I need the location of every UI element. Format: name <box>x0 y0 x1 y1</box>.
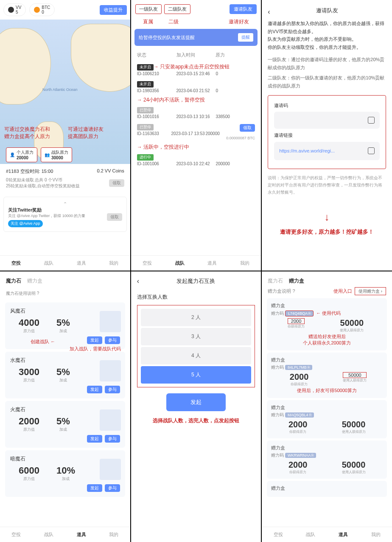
tab-stones[interactable]: 魔力石 <box>268 277 283 285</box>
annotation-team: 可通过邀请好友提高团队原力 <box>68 126 104 140</box>
remind-box: 给暂停空投的队友发送提醒提醒 <box>134 29 258 46</box>
tab-props[interactable]: 道具 <box>77 260 86 266</box>
team-screen: 一级队友 二级队友 邀请队友 直属二级邀请好友 给暂停空投的队友发送提醒提醒 状… <box>131 0 261 271</box>
join-button[interactable]: 参与 <box>105 336 120 344</box>
boost-button[interactable]: 收益提升 <box>100 5 127 15</box>
people-option[interactable]: 3 人 <box>141 328 252 345</box>
tab-airdrop[interactable]: 空投 <box>11 260 21 266</box>
gift-card: 赠力盒赠力码 L74Q4BQA ⎘← 使用代码2000你获得原力50000使用人… <box>267 298 387 350</box>
tab-gift[interactable]: 赠力盒 <box>27 277 42 285</box>
join-button[interactable]: 参与 <box>105 484 120 492</box>
tab-mine[interactable]: 我的 <box>109 531 118 538</box>
link-field[interactable]: https://m.avive.world/regi... <box>274 142 380 160</box>
invite-screen: ‹邀请队友 邀请越多的朋友加入你的战队，你的原力就会越强，获得的VV币奖励也会越… <box>262 0 392 271</box>
people-options: 2 人3 人4 人5 人 <box>137 305 255 387</box>
team-power[interactable]: 👥战队原力30000 <box>41 147 72 162</box>
tab-props[interactable]: 道具 <box>77 531 86 538</box>
tab-gift[interactable]: 赠力盒 <box>289 277 304 285</box>
stone-icon <box>100 409 121 431</box>
airdrop-info: #1183 空投时间: 15:000.2 VV Coins 0轮奖励未领取 总共… <box>0 164 130 193</box>
copy-icon[interactable] <box>368 117 375 124</box>
start-button[interactable]: 发起 <box>87 484 102 492</box>
team-row: 进行中ID-10010062023-03-10 22:42200000 <box>131 152 261 169</box>
claim-button[interactable]: 领取 <box>240 124 255 132</box>
follow-twitter-button[interactable]: 关注 @Avive App <box>8 220 43 227</box>
people-option[interactable]: 5 人 <box>141 366 252 384</box>
gift-card: 赠力盒赠力码 MAQ5QBL4 ⎘2000你获得原力50000使用人获得原力 <box>267 400 387 438</box>
copy-icon[interactable] <box>368 147 375 154</box>
twitter-card: ⌃ 关注Twitter奖励关注 @Avive App Twitter，获得 10… <box>3 197 127 232</box>
tab-props[interactable]: 道具 <box>339 531 348 538</box>
people-option[interactable]: 4 人 <box>141 347 252 364</box>
join-button[interactable]: 参与 <box>105 435 120 443</box>
power-stats: 👤个人原力20000 👥战队原力30000 <box>6 147 72 162</box>
gift-card: 赠力盒赠力码 84LPL7MB ⎘2000你获得原力50000使用人获得原力使用… <box>267 353 387 398</box>
tab-airdrop[interactable]: 空投 <box>143 260 152 266</box>
tab-team[interactable]: 战队 <box>306 531 315 538</box>
invite-button[interactable]: 邀请队友 <box>230 4 257 14</box>
remind-button[interactable]: 提醒 <box>238 33 253 42</box>
team-row: 未开启ID-19803562023-04-03 21:520 <box>131 79 261 96</box>
stone-icon <box>100 311 121 332</box>
gift-card: 赠力盒赠力码 WKRWRNAA ⎘2000你获得原力50000使用人获得原力 <box>267 440 387 479</box>
tab-team[interactable]: 战队 <box>44 260 53 266</box>
start-button[interactable]: 发起 <box>87 435 102 443</box>
stone-card: 风魔石4000原力值5%加成发起参与创建战队 ← <box>5 302 125 349</box>
join-button[interactable]: 参与 <box>105 386 120 393</box>
airdrop-screen: VV5 BTC0 收益提升 申请Avive Glory成为一名荣耀的Citize… <box>0 0 130 271</box>
gift-code[interactable]: MAQ5QBL4 ⎘ <box>285 412 314 418</box>
stone-card: 火魔石2000原力值5%加成发起参与 <box>5 401 125 448</box>
start-button[interactable]: 发起 <box>166 393 226 411</box>
tab-level1[interactable]: 一级队友 <box>135 4 162 14</box>
top-bar: VV5 BTC0 收益提升 <box>0 0 130 20</box>
tab-level2[interactable]: 二级队友 <box>164 4 190 14</box>
tab-team[interactable]: 战队 <box>175 260 185 266</box>
tab-stones[interactable]: 魔力石 <box>6 277 21 285</box>
start-button[interactable]: 发起 <box>87 386 102 393</box>
tab-bar: 空投战队道具我的 <box>0 255 130 271</box>
team-row: 已暂停领取ID-11636332023-03-17 13:532000000.0… <box>131 121 261 143</box>
team-row: 未开启→ 只安装app未点击开启空投按钮ID-10062102023-03-15… <box>131 61 261 79</box>
tab-bar: 空投战队道具我的 <box>262 527 392 542</box>
tab-team[interactable]: 战队 <box>44 531 53 538</box>
use-gift-button[interactable]: 使用赠力盒 › <box>355 287 386 295</box>
vv-balance[interactable]: VV5 <box>3 3 26 16</box>
tab-airdrop[interactable]: 空投 <box>274 531 283 538</box>
gift-code[interactable]: 84LPL7MB ⎘ <box>285 365 312 370</box>
gift-code[interactable]: WKRWRNAA ⎘ <box>285 453 316 458</box>
tab-bar: 空投战队道具我的 <box>0 527 130 542</box>
stone-icon <box>100 360 121 381</box>
team-tabs: 一级队友 二级队友 邀请队友 <box>131 0 261 18</box>
code-field[interactable] <box>274 112 380 129</box>
tab-airdrop[interactable]: 空投 <box>11 531 21 538</box>
back-icon[interactable]: ‹ <box>137 277 139 285</box>
claim-twitter-button[interactable]: 领取 <box>107 213 122 221</box>
claim-button[interactable]: 领取 <box>109 179 124 187</box>
tab-bar: 空投战队道具我的 <box>131 255 261 271</box>
annotation-personal: 可通过交换魔力石和赠力盒提高个人原力 <box>4 126 50 140</box>
tab-mine[interactable]: 我的 <box>371 531 381 538</box>
stone-icon <box>100 459 121 480</box>
tab-props[interactable]: 道具 <box>207 260 217 266</box>
personal-power[interactable]: 👤个人原力20000 <box>6 147 37 162</box>
world-map[interactable]: North Atlantic Ocean 可通过交换魔力石和赠力盒提高个人原力 … <box>0 20 130 164</box>
tab-mine[interactable]: 我的 <box>109 260 118 266</box>
tab-mine[interactable]: 我的 <box>240 260 249 266</box>
stones-screen: 魔力石赠力盒 魔力石使用说明 ? 风魔石4000原力值5%加成发起参与创建战队 … <box>0 271 130 542</box>
exchange-screen: ‹发起魔力石互换 选择互换人数 2 人3 人4 人5 人 发起 选择战队人数，选… <box>131 271 261 542</box>
back-icon[interactable]: ‹ <box>268 6 270 17</box>
start-button[interactable]: 发起 <box>87 336 102 344</box>
btc-balance[interactable]: BTC0 <box>29 3 55 16</box>
gift-card: 赠力盒 <box>267 481 387 497</box>
gift-code[interactable]: L74Q4BQA ⎘ <box>285 311 314 316</box>
people-option[interactable]: 2 人 <box>141 309 252 326</box>
gift-screen: 魔力石赠力盒 赠力盒说明 ?使用入口使用赠力盒 › 赠力盒赠力码 L74Q4BQ… <box>262 271 392 542</box>
stone-card: 暗魔石6000原力值10%加成发起参与 <box>5 450 125 497</box>
team-row: 已暂停ID-10010162023-03-13 10:16338500 <box>131 104 261 121</box>
invite-codes: 邀请码 邀请链接 https://m.avive.world/regi... <box>268 95 386 169</box>
stone-card: 加入战队，需要战队代码水魔石3000原力值5%加成发起参与 <box>5 352 125 398</box>
